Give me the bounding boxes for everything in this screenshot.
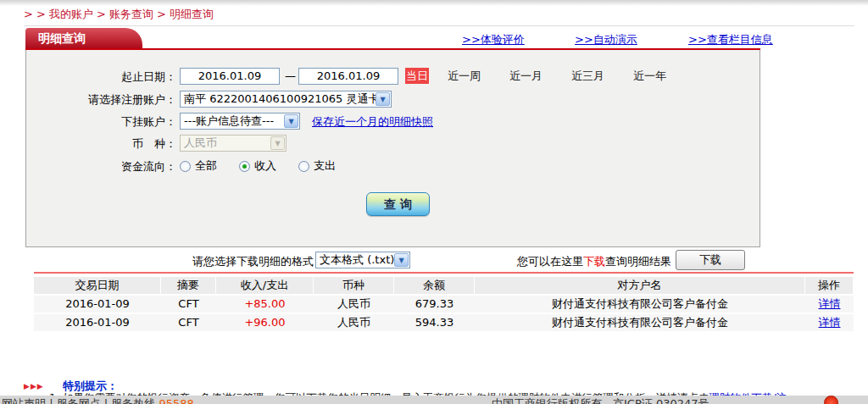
- register-account-label: 请选择注册账户：: [25, 91, 176, 108]
- currency-select: 人民币 ▼: [180, 135, 287, 152]
- download-hint-before: 您可以在这里: [517, 255, 583, 268]
- save-snapshot-link[interactable]: 保存近一个月的明细快照: [312, 114, 433, 130]
- notice-arrows-icon: ▶▶▶: [24, 382, 44, 390]
- breadcrumb-separator: >: [153, 8, 170, 20]
- shortcut-last-three-months[interactable]: 近三月: [571, 68, 604, 84]
- footer-links[interactable]: 网站声明 | 服务网点 | 服务热线 95588: [2, 396, 194, 404]
- radio-income-label: 收入: [254, 158, 276, 174]
- radio-expense-label: 支出: [314, 158, 336, 174]
- icbc-emblem-icon: [824, 396, 838, 404]
- currency-value: 人民币: [184, 136, 217, 149]
- footer-copyright: 中国工商银行版权所有 京ICP证 030247号: [492, 396, 709, 404]
- cell-currency: 人民币: [314, 296, 394, 313]
- sub-account-value: ---账户信息待查---: [184, 114, 274, 127]
- link-view-column-info[interactable]: >>查看栏目信息: [688, 32, 773, 47]
- table-row: 2016-01-09 CFT +85.00 人民币 679.33 财付通支付科技…: [34, 296, 854, 313]
- breadcrumb-item-detail-query[interactable]: 明细查询: [170, 8, 214, 20]
- col-header-amount: 收入/支出: [216, 277, 314, 294]
- cell-counterparty: 财付通支付科技有限公司客户备付金: [475, 296, 805, 313]
- detail-link[interactable]: 详情: [819, 297, 841, 310]
- radio-expense[interactable]: 支出: [298, 158, 336, 174]
- results-table: 交易日期 摘要 收入/支出 币种 余额 对方户名 操作 2016-01-09 C…: [34, 277, 854, 333]
- sub-account-label: 下挂账户：: [25, 113, 176, 130]
- dropdown-arrow-icon[interactable]: ▼: [284, 114, 298, 128]
- fund-flow-group: 全部 收入 支出: [180, 158, 336, 174]
- sub-account-select[interactable]: ---账户信息待查--- ▼: [180, 113, 300, 130]
- col-header-counterparty: 对方户名: [475, 277, 805, 294]
- breadcrumb-separator: >: [93, 8, 109, 20]
- col-header-balance: 余额: [394, 277, 475, 294]
- dropdown-arrow-icon: ▼: [270, 136, 285, 150]
- header-divider: [24, 25, 854, 26]
- download-hint-link[interactable]: 下载: [583, 255, 605, 268]
- cell-date: 2016-01-09: [34, 314, 161, 331]
- download-format-label: 请您选择下载明细的格式: [158, 252, 314, 270]
- date-from-input[interactable]: 2016.01.09: [180, 68, 280, 85]
- footer-links-text[interactable]: 网站声明 | 服务网点 | 服务热线: [2, 397, 159, 404]
- date-range-label: 起止日期：: [25, 69, 176, 86]
- radio-icon[interactable]: [180, 161, 191, 172]
- cell-balance: 679.33: [394, 296, 475, 313]
- radio-income[interactable]: 收入: [239, 158, 276, 174]
- cell-amount: +85.00: [216, 296, 314, 313]
- query-button[interactable]: 查 询: [366, 192, 430, 216]
- footer-bar: 网站声明 | 服务网点 | 服务热线 95588 中国工商银行版权所有 京ICP…: [0, 396, 868, 404]
- breadcrumb-item-account-query[interactable]: 账务查询: [109, 8, 153, 20]
- breadcrumb-arrows-icon: > >: [24, 8, 46, 20]
- date-to-input[interactable]: 2016.01.09: [298, 68, 398, 85]
- shortcut-last-month[interactable]: 近一月: [509, 68, 542, 84]
- top-gradient-strip: [0, 0, 868, 6]
- table-top-divider: [34, 272, 854, 274]
- cell-balance: 594.33: [394, 314, 475, 331]
- radio-all[interactable]: 全部: [180, 158, 217, 174]
- col-header-action: 操作: [805, 277, 854, 294]
- register-account-select[interactable]: 南平 6222001406100921065 灵通卡 ▼: [180, 91, 392, 108]
- shortcut-last-year[interactable]: 近一年: [633, 68, 666, 84]
- radio-icon[interactable]: [298, 161, 309, 172]
- date-shortcuts: 近一周 近一月 近三月 近一年: [448, 68, 666, 84]
- tab-detail-query[interactable]: 明细查询: [25, 28, 142, 49]
- page: > > 我的账户>账务查询>明细查询 明细查询 >>体验评价 >>自动演示 >>…: [0, 0, 868, 404]
- detail-link[interactable]: 详情: [819, 316, 841, 329]
- link-auto-demo[interactable]: >>自动演示: [575, 32, 637, 47]
- col-header-currency: 币种: [314, 277, 394, 294]
- register-account-value: 南平 6222001406100921065 灵通卡: [184, 92, 379, 105]
- fund-flow-label: 资金流向：: [25, 158, 176, 175]
- currency-label: 币 种：: [25, 136, 176, 152]
- download-hint-after: 查询明细结果: [605, 255, 671, 268]
- cell-counterparty: 财付通支付科技有限公司客户备付金: [475, 314, 805, 331]
- breadcrumb: > > 我的账户>账务查询>明细查询: [24, 7, 214, 22]
- col-header-date: 交易日期: [34, 277, 161, 294]
- footer-hotline: 95588: [159, 397, 193, 404]
- dropdown-arrow-icon[interactable]: ▼: [376, 92, 390, 106]
- shortcut-last-week[interactable]: 近一周: [448, 68, 481, 84]
- download-button[interactable]: 下载: [676, 250, 745, 270]
- radio-checked-icon[interactable]: [239, 161, 250, 172]
- dropdown-arrow-icon[interactable]: ▼: [394, 253, 409, 267]
- link-experience-rating[interactable]: >>体验评价: [462, 32, 525, 47]
- col-header-summary: 摘要: [161, 277, 216, 294]
- table-header-row: 交易日期 摘要 收入/支出 币种 余额 对方户名 操作: [34, 277, 854, 294]
- shortcut-today-badge[interactable]: 当日: [405, 68, 429, 84]
- table-row: 2016-01-09 CFT +96.00 人民币 594.33 财付通支付科技…: [34, 314, 854, 331]
- cell-summary: CFT: [161, 296, 216, 313]
- breadcrumb-item-my-account[interactable]: 我的账户: [49, 8, 93, 20]
- cell-currency: 人民币: [314, 314, 394, 331]
- download-format-select[interactable]: 文本格式 (.txt) ▼: [315, 252, 410, 268]
- cell-amount: +96.00: [216, 314, 314, 331]
- download-format-value: 文本格式 (.txt): [320, 253, 394, 266]
- cell-date: 2016-01-09: [34, 296, 161, 313]
- date-separator: —: [285, 68, 296, 85]
- cell-summary: CFT: [161, 314, 216, 331]
- download-hint: 您可以在这里下载查询明细结果: [458, 252, 671, 270]
- radio-all-label: 全部: [195, 158, 217, 174]
